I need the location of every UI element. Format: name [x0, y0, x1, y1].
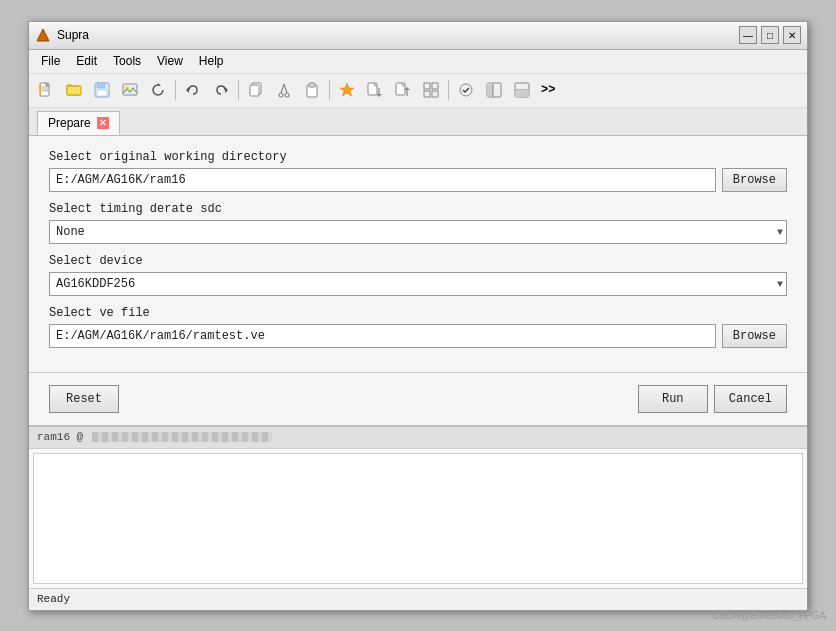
sdc-input-row: None ▼: [49, 220, 787, 244]
main-window: Supra — □ ✕ File Edit Tools View Help: [28, 21, 808, 611]
sdc-row: Select timing derate sdc None ▼: [49, 202, 787, 244]
import-button[interactable]: [390, 77, 416, 103]
run-button[interactable]: Run: [638, 385, 708, 413]
ve-input-row: Browse: [49, 324, 787, 348]
star-button[interactable]: [334, 77, 360, 103]
terminal-body[interactable]: [33, 453, 803, 584]
device-select[interactable]: AG16KDDF256: [49, 272, 787, 296]
tab-close-button[interactable]: ✕: [97, 117, 109, 129]
tab-prepare-label: Prepare: [48, 116, 91, 130]
main-content: Select original working directory Browse…: [29, 136, 807, 610]
menu-help[interactable]: Help: [191, 52, 232, 70]
grid-button[interactable]: [418, 77, 444, 103]
svg-rect-11: [97, 83, 105, 88]
cut-button[interactable]: [271, 77, 297, 103]
toolbar-more[interactable]: >>: [537, 81, 559, 99]
terminal-area: ram16 @: [29, 427, 807, 588]
status-text: Ready: [37, 593, 70, 605]
title-controls: — □ ✕: [739, 26, 801, 44]
paste-button[interactable]: [299, 77, 325, 103]
dir-browse-button[interactable]: Browse: [722, 168, 787, 192]
svg-rect-9: [67, 86, 81, 95]
sdc-label: Select timing derate sdc: [49, 202, 787, 216]
toolbar: >>: [29, 74, 807, 108]
dir-row: Select original working directory Browse: [49, 150, 787, 192]
form-area: Select original working directory Browse…: [29, 136, 807, 373]
separator-2: [238, 80, 239, 100]
menu-file[interactable]: File: [33, 52, 68, 70]
ve-browse-button[interactable]: Browse: [722, 324, 787, 348]
svg-rect-37: [424, 91, 430, 97]
svg-marker-17: [225, 87, 228, 93]
ve-input[interactable]: [49, 324, 716, 348]
window-title: Supra: [57, 28, 89, 42]
undo-button[interactable]: [180, 77, 206, 103]
terminal-prompt-blur: [92, 432, 272, 442]
terminal-prompt-prefix: ram16 @: [37, 431, 83, 443]
check-button[interactable]: [453, 77, 479, 103]
dir-input[interactable]: [49, 168, 716, 192]
svg-point-20: [279, 93, 283, 97]
cancel-button[interactable]: Cancel: [714, 385, 787, 413]
title-bar: Supra — □ ✕: [29, 22, 807, 50]
separator-3: [329, 80, 330, 100]
svg-rect-35: [424, 83, 430, 89]
maximize-button[interactable]: □: [761, 26, 779, 44]
svg-marker-15: [158, 83, 161, 86]
minimize-button[interactable]: —: [739, 26, 757, 44]
tab-bar: Prepare ✕: [29, 108, 807, 136]
redo-button[interactable]: [208, 77, 234, 103]
svg-rect-36: [432, 83, 438, 89]
separator-1: [175, 80, 176, 100]
svg-line-22: [281, 84, 284, 93]
export-button[interactable]: [362, 77, 388, 103]
sdc-select-wrapper: None ▼: [49, 220, 787, 244]
svg-marker-30: [376, 94, 382, 97]
svg-marker-16: [186, 87, 189, 93]
refresh-button[interactable]: [145, 77, 171, 103]
menu-bar: File Edit Tools View Help: [29, 50, 807, 74]
copy-button[interactable]: [243, 77, 269, 103]
image-button[interactable]: [117, 77, 143, 103]
ve-label: Select ve file: [49, 306, 787, 320]
menu-edit[interactable]: Edit: [68, 52, 105, 70]
device-row: Select device AG16KDDF256 ▼: [49, 254, 787, 296]
watermark: CSDN@Embeded_FPGA: [712, 610, 826, 621]
button-row: Reset Run Cancel: [29, 373, 807, 427]
ve-row: Select ve file Browse: [49, 306, 787, 348]
menu-view[interactable]: View: [149, 52, 191, 70]
dir-input-row: Browse: [49, 168, 787, 192]
new-button[interactable]: [33, 77, 59, 103]
device-select-wrapper: AG16KDDF256 ▼: [49, 272, 787, 296]
action-btn-group: Run Cancel: [638, 385, 787, 413]
tab-prepare[interactable]: Prepare ✕: [37, 111, 120, 135]
title-bar-left: Supra: [35, 27, 89, 43]
panel1-button[interactable]: [481, 77, 507, 103]
separator-4: [448, 80, 449, 100]
svg-rect-12: [97, 90, 107, 96]
svg-point-21: [285, 93, 289, 97]
status-bar: Ready: [29, 588, 807, 610]
device-input-row: AG16KDDF256 ▼: [49, 272, 787, 296]
app-icon: [35, 27, 51, 43]
svg-marker-0: [37, 29, 49, 41]
close-button[interactable]: ✕: [783, 26, 801, 44]
menu-tools[interactable]: Tools: [105, 52, 149, 70]
svg-rect-19: [250, 85, 259, 96]
svg-rect-41: [487, 83, 493, 97]
sdc-select[interactable]: None: [49, 220, 787, 244]
svg-marker-26: [340, 83, 354, 96]
svg-line-23: [284, 84, 287, 93]
terminal-header: ram16 @: [29, 427, 807, 449]
device-label: Select device: [49, 254, 787, 268]
open-button[interactable]: [61, 77, 87, 103]
svg-rect-45: [515, 90, 529, 97]
panel2-button[interactable]: [509, 77, 535, 103]
reset-button[interactable]: Reset: [49, 385, 119, 413]
dir-label: Select original working directory: [49, 150, 787, 164]
svg-rect-3: [40, 83, 41, 96]
svg-rect-25: [309, 83, 315, 87]
save-button[interactable]: [89, 77, 115, 103]
svg-rect-38: [432, 91, 438, 97]
